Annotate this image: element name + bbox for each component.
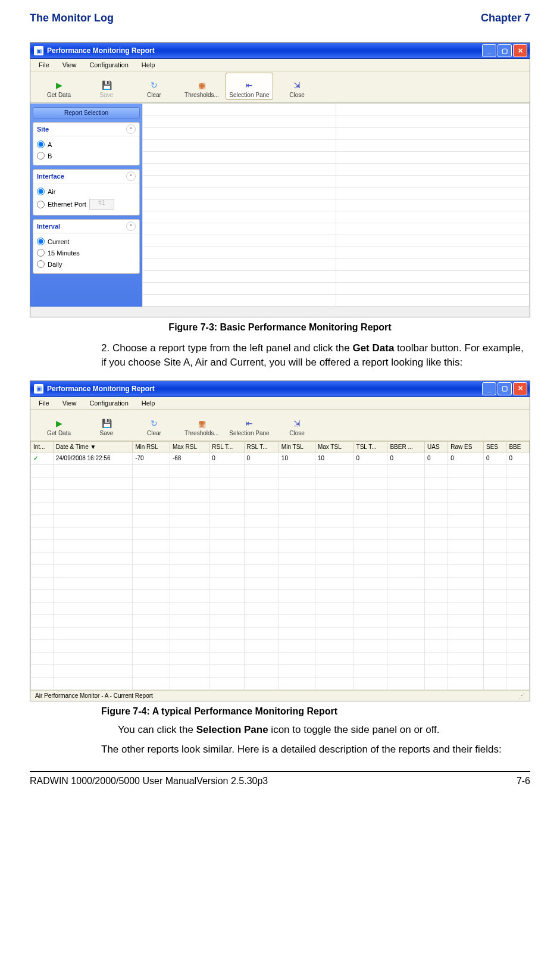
- close-button[interactable]: ✕: [513, 44, 527, 57]
- minimize-button[interactable]: _: [482, 382, 496, 395]
- toolbar-thresholds--button[interactable]: ▦Thresholds...: [178, 73, 226, 100]
- toolbar-label: Get Data: [47, 92, 71, 98]
- play-icon: ▶: [54, 80, 64, 90]
- scrollbar[interactable]: [30, 307, 530, 317]
- col-header[interactable]: Date & Time ▼: [53, 441, 132, 452]
- toolbar-clear-button[interactable]: ↻Clear: [130, 73, 178, 100]
- col-header[interactable]: BBER ...: [387, 441, 425, 452]
- cell: 0: [353, 452, 387, 464]
- sidebar-tab[interactable]: Report Selection: [33, 107, 140, 118]
- col-header[interactable]: BBE: [506, 441, 530, 452]
- toolbar-save-button[interactable]: 💾Save: [83, 73, 130, 100]
- toolbar-get-data-button[interactable]: ▶Get Data: [35, 73, 83, 100]
- toolbar-label: Selection Pane: [229, 430, 269, 436]
- menu-view[interactable]: View: [62, 400, 77, 407]
- report-table: Int...Date & Time ▼Min RSLMax RSLRSL T..…: [30, 441, 530, 690]
- minimize-button[interactable]: _: [482, 44, 496, 57]
- titlebar[interactable]: ▣ Performance Monitoring Report _ ▢ ✕: [30, 381, 530, 397]
- toolbar-close-button[interactable]: ⇲Close: [273, 73, 321, 100]
- clear-icon: ↻: [149, 418, 159, 429]
- cell: 10: [279, 452, 315, 464]
- chevron-up-icon[interactable]: ˄: [126, 124, 136, 134]
- port-spinner[interactable]: #1: [89, 199, 114, 210]
- menu-configuration[interactable]: Configuration: [89, 400, 128, 407]
- toolbar-get-data-button[interactable]: ▶Get Data: [35, 411, 83, 438]
- cell: -68: [170, 452, 209, 464]
- cell: 0: [209, 452, 244, 464]
- toolbar-label: Close: [289, 430, 305, 436]
- close-button[interactable]: ✕: [513, 382, 527, 395]
- col-header[interactable]: RSL T...: [209, 441, 244, 452]
- app-icon: ▣: [34, 46, 43, 55]
- col-header[interactable]: Max RSL: [170, 441, 209, 452]
- panel-site-title: Site: [37, 126, 49, 133]
- radio-air[interactable]: Air: [37, 186, 136, 197]
- window-pmr-typical: ▣ Performance Monitoring Report _ ▢ ✕ Fi…: [30, 380, 530, 701]
- radio-ethernet[interactable]: Ethernet Port#1: [37, 197, 136, 211]
- step-2-text: 2. Choose a report type from the left pa…: [101, 341, 530, 370]
- window-title: Performance Monitoring Report: [47, 46, 155, 55]
- menu-configuration[interactable]: Configuration: [89, 61, 128, 68]
- radio-label: Current: [48, 238, 70, 245]
- titlebar[interactable]: ▣ Performance Monitoring Report _ ▢ ✕: [30, 43, 530, 59]
- toolbar-label: Selection Pane: [229, 92, 269, 98]
- maximize-button[interactable]: ▢: [498, 44, 512, 57]
- table-header-row: Int...Date & Time ▼Min RSLMax RSLRSL T..…: [31, 441, 530, 452]
- resize-grip-icon[interactable]: ⋰: [519, 692, 525, 699]
- statusbar: Air Performance Monitor - A - Current Re…: [30, 690, 530, 701]
- col-header[interactable]: UAS: [425, 441, 448, 452]
- menu-help[interactable]: Help: [142, 400, 155, 407]
- menu-help[interactable]: Help: [142, 61, 155, 68]
- cell: 24/09/2008 16:22:56: [53, 452, 132, 464]
- col-header[interactable]: Int...: [31, 441, 54, 452]
- radio-15min[interactable]: 15 Minutes: [37, 247, 136, 258]
- window-title: Performance Monitoring Report: [47, 385, 155, 393]
- toolbar-selection-pane-button[interactable]: ⇤Selection Pane: [226, 411, 273, 438]
- play-icon: ▶: [54, 418, 64, 429]
- col-header[interactable]: Max TSL: [315, 441, 353, 452]
- toolbar-close-button[interactable]: ⇲Close: [273, 411, 321, 438]
- toolbar-label: Thresholds...: [184, 92, 219, 98]
- toolbar-save-button[interactable]: 💾Save: [83, 411, 130, 438]
- toolbar-label: Clear: [147, 430, 161, 436]
- cell: -70: [133, 452, 170, 464]
- col-header[interactable]: TSL T...: [353, 441, 387, 452]
- toolbar-label: Save: [100, 92, 114, 98]
- menu-view[interactable]: View: [62, 61, 77, 68]
- col-header[interactable]: RSL T...: [244, 441, 279, 452]
- radio-current[interactable]: Current: [37, 236, 136, 247]
- save-icon: 💾: [101, 418, 112, 429]
- close-icon: ⇲: [292, 80, 302, 90]
- maximize-button[interactable]: ▢: [498, 382, 512, 395]
- radio-label: 15 Minutes: [48, 249, 80, 257]
- chevron-up-icon[interactable]: ˄: [126, 221, 136, 231]
- page-footer: RADWIN 1000/2000/5000 User ManualVersion…: [30, 771, 530, 787]
- window-pmr-basic: ▣ Performance Monitoring Report _ ▢ ✕ Fi…: [30, 42, 530, 317]
- col-header[interactable]: SES: [484, 441, 506, 452]
- toolbar-label: Close: [289, 92, 305, 98]
- col-header[interactable]: Min RSL: [133, 441, 170, 452]
- col-header[interactable]: Min TSL: [279, 441, 315, 452]
- menu-file[interactable]: File: [39, 61, 49, 68]
- chevron-up-icon[interactable]: ˄: [126, 171, 136, 181]
- radio-label: Ethernet Port: [48, 201, 86, 208]
- col-header[interactable]: Raw ES: [448, 441, 484, 452]
- cell: 0: [244, 452, 279, 464]
- radio-label: Air: [48, 188, 55, 195]
- radio-daily[interactable]: Daily: [37, 258, 136, 270]
- toolbar-selection-pane-button[interactable]: ⇤Selection Pane: [226, 73, 273, 100]
- toolbar-clear-button[interactable]: ↻Clear: [130, 411, 178, 438]
- footer-left: RADWIN 1000/2000/5000 User ManualVersion…: [30, 776, 268, 787]
- empty-grid: [142, 104, 530, 307]
- toolbar-label: Clear: [147, 92, 161, 98]
- close-icon: ⇲: [292, 418, 302, 429]
- toolbar-thresholds--button[interactable]: ▦Thresholds...: [178, 411, 226, 438]
- table-row[interactable]: ✓24/09/2008 16:22:56-70-68001010000000: [31, 452, 530, 464]
- radio-label: B: [48, 152, 52, 160]
- cell: 10: [315, 452, 353, 464]
- figure-7-4-caption: Figure 7-4: A typical Performance Monito…: [101, 706, 530, 717]
- radio-site-b[interactable]: B: [37, 150, 136, 161]
- menu-file[interactable]: File: [39, 400, 49, 407]
- thresh-icon: ▦: [196, 80, 207, 90]
- radio-site-a[interactable]: A: [37, 139, 136, 150]
